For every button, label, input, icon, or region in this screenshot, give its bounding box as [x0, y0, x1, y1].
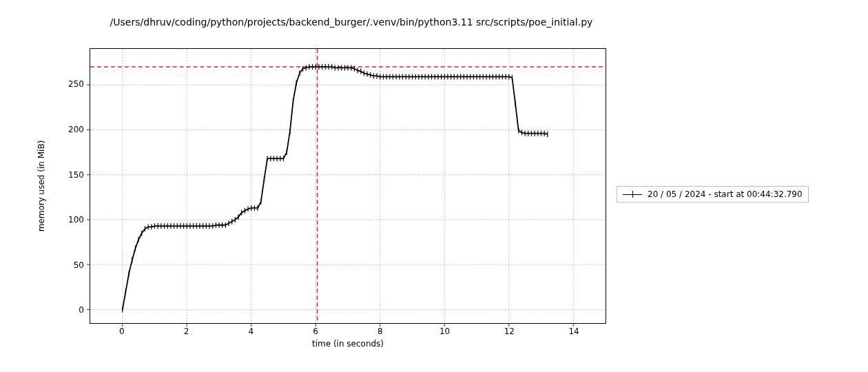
y-tick-label: 250 — [56, 79, 84, 89]
x-tick-label: 6 — [313, 327, 318, 336]
x-tick-label: 10 — [440, 327, 450, 336]
x-tick-label: 14 — [568, 327, 579, 336]
x-tick-label: 4 — [249, 327, 254, 336]
legend-marker — [623, 190, 642, 198]
x-tick-label: 0 — [119, 327, 125, 336]
reference-lines — [90, 49, 606, 323]
x-axis-label: time (in seconds) — [90, 339, 606, 349]
y-tick-label: 200 — [56, 125, 84, 134]
y-tick-label: 100 — [56, 215, 84, 225]
x-tick-label: 12 — [504, 327, 515, 336]
figure: /Users/dhruv/coding/python/projects/back… — [0, 0, 868, 372]
legend-entry-label: 20 / 05 / 2024 - start at 00:44:32.790 — [648, 189, 803, 199]
memory-series — [123, 64, 548, 312]
chart-title: /Users/dhruv/coding/python/projects/back… — [0, 17, 703, 28]
y-tick-label: 0 — [56, 305, 84, 315]
y-tick-label: 50 — [56, 260, 84, 270]
y-tick-label: 150 — [56, 170, 84, 180]
plot-area — [90, 48, 606, 324]
legend: 20 / 05 / 2024 - start at 00:44:32.790 — [617, 186, 809, 203]
y-axis-label: memory used (in MiB) — [37, 141, 46, 232]
plot-svg — [90, 49, 606, 323]
axis-ticks — [87, 85, 573, 327]
x-tick-label: 8 — [378, 327, 383, 336]
x-tick-label: 2 — [184, 327, 189, 336]
grid — [90, 49, 606, 323]
